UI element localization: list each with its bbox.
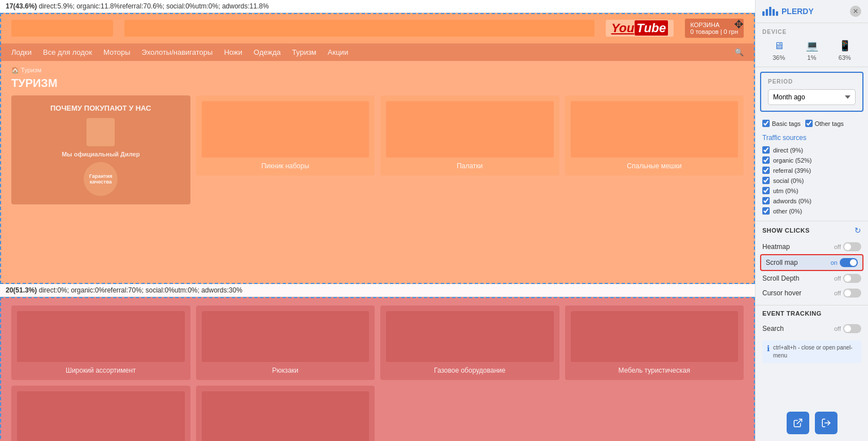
scroll-depth-slider [843, 274, 861, 283]
plerdy-logo: PLERDY [762, 7, 814, 16]
cursor-hover-toggle[interactable] [843, 289, 861, 298]
logout-button[interactable] [815, 412, 837, 434]
traffic-utm-checkbox[interactable] [762, 187, 770, 194]
product-img [202, 101, 370, 158]
scroll-map-slider [840, 258, 858, 267]
traffic-direct-label: direct (9%) [773, 147, 803, 154]
product-img [571, 101, 739, 158]
basic-tags-input[interactable] [762, 120, 770, 127]
other-tags-input[interactable] [805, 120, 813, 127]
scroll-depth-toggle[interactable] [843, 274, 861, 283]
red-product-title: Газовое оборудование [386, 366, 554, 374]
red-product-img [202, 391, 370, 441]
traffic-social-checkbox[interactable] [762, 177, 770, 184]
other-tags-checkbox[interactable]: Other tags [805, 120, 844, 127]
traffic-social-label: social (0%) [773, 177, 804, 184]
orange-top-bar: 17(43.6%) direct:5.9%; organic:11.8%refe… [0, 0, 755, 13]
site-logo [11, 20, 113, 37]
red-detail: direct:0%; organic:0%referral:70%; socia… [39, 286, 242, 294]
red-stat: 20(51.3%) [6, 286, 37, 294]
product-title: Пикник наборы [202, 162, 370, 170]
cursor-hover-row: Cursor hover off [762, 286, 861, 300]
product-img [386, 101, 554, 158]
nav-item: Одежда [254, 48, 281, 56]
device-tablet[interactable]: 💻 1% [806, 40, 818, 61]
bar4 [772, 9, 775, 16]
device-desktop[interactable]: 🖥 36% [772, 40, 785, 61]
red-product-img [17, 311, 185, 362]
search-icon: 🔍 [735, 48, 744, 56]
bottom-actions [756, 405, 868, 441]
search-label: Search [762, 325, 784, 333]
nav-item: Туризм [292, 48, 316, 56]
right-panel: PLERDY ✕ DEVICE 🖥 36% 💻 1% 📱 63% PERIOD … [755, 0, 868, 441]
nav-item: Моторы [103, 48, 131, 56]
logout-icon [821, 418, 831, 428]
product-card-picnic: Пикник наборы [196, 95, 375, 176]
scroll-map-status: on [831, 259, 837, 266]
plerdy-logo-text: PLERDY [782, 7, 814, 16]
product-card-tents: Палатки [380, 95, 559, 176]
event-section: EVENT TRACKING Search off ℹ ctrl+alt+h -… [756, 305, 868, 368]
period-select[interactable]: Month ago Week ago Today Yesterday Custo… [768, 89, 856, 105]
search-status: off [834, 325, 841, 332]
traffic-utm: utm (0%) [762, 187, 861, 194]
traffic-referral-checkbox[interactable] [762, 167, 770, 174]
traffic-referral-label: referral (39%) [773, 167, 811, 174]
red-product-img [17, 391, 185, 441]
orange-stat: 17(43.6%) [6, 2, 37, 10]
red-section: Широкий ассортимент Рюкзаки Газовое обор… [0, 297, 755, 441]
scroll-depth-row: Scroll Depth off [762, 271, 861, 286]
move-icon[interactable]: ✥ [734, 18, 744, 31]
export-button[interactable] [787, 412, 809, 434]
basic-tags-checkbox[interactable]: Basic tags [762, 120, 801, 127]
period-section: PERIOD Month ago Week ago Today Yesterda… [760, 72, 863, 112]
red-content: Широкий ассортимент Рюкзаки Газовое обор… [0, 297, 755, 441]
site-nav: Лодки Все для лодок Моторы Эхолоты/навиг… [0, 43, 755, 61]
scroll-map-toggle[interactable] [840, 258, 858, 267]
traffic-sources-link[interactable]: Traffic sources [762, 134, 861, 142]
heatmap-toggle[interactable] [843, 242, 861, 251]
red-product-title: Мебель туристическая [571, 366, 739, 374]
site-breadcrumb: 🏠 Туризм [11, 67, 744, 74]
red-card-gas: Газовое оборудование [380, 305, 559, 380]
product-grid: ПОЧЕМУ ПОКУПАЮТ У НАС Мы официальный Дил… [11, 95, 744, 204]
red-card-delivery: Отправка без предоплаты [196, 386, 375, 441]
cursor-hover-slider [843, 289, 861, 298]
product-title: Палатки [386, 162, 554, 170]
svg-line-0 [797, 419, 801, 423]
traffic-adwords-label: adwords (0%) [773, 198, 811, 204]
site-header: YouTube КОРЗИНА0 товаров | 0 грн [0, 13, 755, 43]
search-slider [843, 324, 861, 333]
site-content: 🏠 Туризм ТУРИЗМ ПОЧЕМУ ПОКУПАЮТ У НАС Мы… [0, 61, 755, 210]
period-label: PERIOD [768, 78, 856, 85]
traffic-other-checkbox[interactable] [762, 207, 770, 215]
red-product-img [202, 311, 370, 362]
scroll-map-toggle-container: on [831, 258, 858, 267]
traffic-direct-checkbox[interactable] [762, 146, 770, 154]
basic-tags-label: Basic tags [772, 120, 801, 127]
info-text: ctrl+alt+h - close or open panel-menu [773, 344, 857, 360]
nav-item: Эхолоты/навигаторы [142, 48, 213, 56]
scroll-map-label: Scroll map [766, 259, 798, 267]
search-toggle[interactable] [843, 324, 861, 333]
device-mobile[interactable]: 📱 63% [839, 40, 851, 61]
scroll-depth-status: off [834, 275, 841, 282]
mobile-pct: 63% [839, 54, 851, 61]
red-product-img [571, 311, 739, 362]
site-page-title: ТУРИЗМ [11, 77, 744, 90]
red-product-title: Широкий ассортимент [17, 366, 185, 374]
refresh-icon[interactable]: ↻ [854, 226, 861, 235]
traffic-other-label: other (0%) [773, 208, 802, 215]
traffic-utm-label: utm (0%) [773, 187, 798, 194]
traffic-adwords-checkbox[interactable] [762, 197, 770, 204]
traffic-social: social (0%) [762, 177, 861, 184]
scroll-map-row: Scroll map on [760, 254, 863, 271]
close-panel-button[interactable]: ✕ [850, 6, 861, 17]
cursor-hover-toggle-container: off [834, 289, 861, 298]
search-row: Search off [762, 321, 861, 336]
nav-item: Акции [328, 48, 348, 56]
bar1 [762, 11, 765, 16]
info-icon: ℹ [767, 344, 770, 353]
traffic-organic-checkbox[interactable] [762, 156, 770, 164]
